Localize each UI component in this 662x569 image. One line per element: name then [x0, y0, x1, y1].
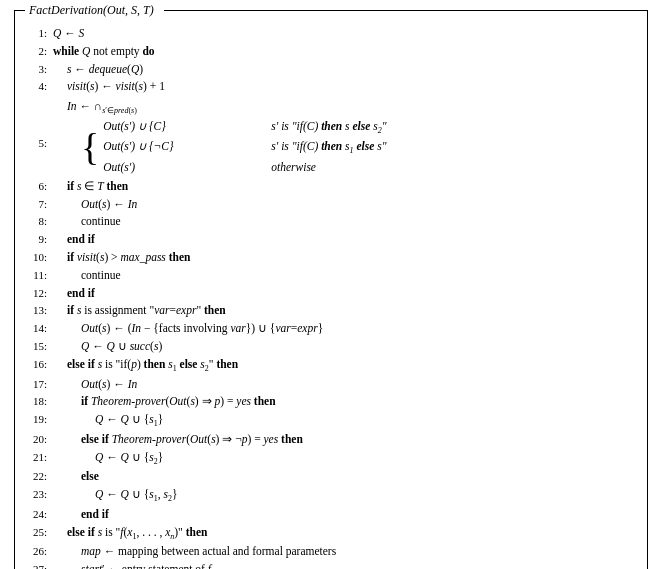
- line4-content: visit(s) ← visit(s) + 1: [53, 78, 637, 96]
- line26-content: map ← mapping between actual and formal …: [53, 543, 637, 561]
- lineno-25: 25:: [25, 524, 53, 541]
- line9-content: end if: [53, 231, 637, 249]
- brace-row-1: Out(s′) ∪ {C} s′ is "if(C) then s else s…: [103, 118, 386, 137]
- lineno-19: 19:: [25, 411, 53, 428]
- lineno-24: 24:: [25, 506, 53, 523]
- lineno-7: 7:: [25, 196, 53, 213]
- lineno-8: 8:: [25, 213, 53, 230]
- line-6: 6: if s ∈ T then: [25, 178, 637, 196]
- line-1: 1: Q ← S: [25, 25, 637, 43]
- line1-content: Q ← S: [53, 25, 637, 43]
- line-5: 5: In ← ∩s′∈pred(s) { Out(s′) ∪ {C} s′ i…: [25, 98, 637, 176]
- lineno-4: 4:: [25, 78, 53, 95]
- brace-rows: Out(s′) ∪ {C} s′ is "if(C) then s else s…: [103, 118, 386, 176]
- line-26: 26: map ← mapping between actual and for…: [25, 543, 637, 561]
- lineno-9: 9:: [25, 231, 53, 248]
- line-3: 3: s ← dequeue(Q): [25, 61, 637, 79]
- lineno-26: 26:: [25, 543, 53, 560]
- line-9: 9: end if: [25, 231, 637, 249]
- line23-content: Q ← Q ∪ {s1, s2}: [53, 486, 637, 506]
- line14-content: Out(s) ← (In − {facts involving var}) ∪ …: [53, 320, 637, 338]
- lineno-16: 16:: [25, 356, 53, 373]
- line-15: 15: Q ← Q ∪ succ(s): [25, 338, 637, 356]
- brace-row-2: Out(s′) ∪ {¬C} s′ is "if(C) then s1 else…: [103, 138, 386, 157]
- lineno-11: 11:: [25, 267, 53, 284]
- brace-row-3: Out(s′) otherwise: [103, 159, 386, 176]
- line-10: 10: if visit(s) > max_pass then: [25, 249, 637, 267]
- algorithm-title: FactDerivation(Out, S, T): [25, 3, 164, 18]
- line-22: 22: else: [25, 468, 637, 486]
- line2-content: while Q not empty do: [53, 43, 637, 61]
- lineno-21: 21:: [25, 449, 53, 466]
- line25-content: else if s is "f(x1, . . . , xn)" then: [53, 524, 637, 544]
- lineno-15: 15:: [25, 338, 53, 355]
- line11-content: continue: [53, 267, 637, 285]
- line13-content: if s is assignment "var=expr" then: [53, 302, 637, 320]
- line-7: 7: Out(s) ← In: [25, 196, 637, 214]
- lineno-5: 5:: [25, 121, 53, 152]
- line5-content: In ← ∩s′∈pred(s) { Out(s′) ∪ {C} s′ is "…: [53, 98, 637, 176]
- lineno-23: 23:: [25, 486, 53, 503]
- line-27: 27: start′ ← entry statement of f: [25, 561, 637, 569]
- line-13: 13: if s is assignment "var=expr" then: [25, 302, 637, 320]
- line15-content: Q ← Q ∪ succ(s): [53, 338, 637, 356]
- lineno-6: 6:: [25, 178, 53, 195]
- line-14: 14: Out(s) ← (In − {facts involving var}…: [25, 320, 637, 338]
- line-20: 20: else if Theorem-prover(Out(s) ⇒ ¬p) …: [25, 431, 637, 449]
- line10-content: if visit(s) > max_pass then: [53, 249, 637, 267]
- line-11: 11: continue: [25, 267, 637, 285]
- line20-content: else if Theorem-prover(Out(s) ⇒ ¬p) = ye…: [53, 431, 637, 449]
- line12-content: end if: [53, 285, 637, 303]
- line24-content: end if: [53, 506, 637, 524]
- lineno-20: 20:: [25, 431, 53, 448]
- line-16: 16: else if s is "if(p) then s1 else s2"…: [25, 356, 637, 376]
- line-2: 2: while Q not empty do: [25, 43, 637, 61]
- line-19: 19: Q ← Q ∪ {s1}: [25, 411, 637, 431]
- line21-content: Q ← Q ∪ {s2}: [53, 449, 637, 469]
- lineno-1: 1:: [25, 25, 53, 42]
- left-brace: {: [81, 128, 99, 166]
- lineno-27: 27:: [25, 561, 53, 569]
- line16-content: else if s is "if(p) then s1 else s2" the…: [53, 356, 637, 376]
- line-12: 12: end if: [25, 285, 637, 303]
- lineno-3: 3:: [25, 61, 53, 78]
- line17-content: Out(s) ← In: [53, 376, 637, 394]
- line-17: 17: Out(s) ← In: [25, 376, 637, 394]
- line-23: 23: Q ← Q ∪ {s1, s2}: [25, 486, 637, 506]
- line18-content: if Theorem-prover(Out(s) ⇒ p) = yes then: [53, 393, 637, 411]
- lineno-2: 2:: [25, 43, 53, 60]
- lineno-12: 12:: [25, 285, 53, 302]
- line22-content: else: [53, 468, 637, 486]
- line-24: 24: end if: [25, 506, 637, 524]
- lineno-14: 14:: [25, 320, 53, 337]
- line19-content: Q ← Q ∪ {s1}: [53, 411, 637, 431]
- line-18: 18: if Theorem-prover(Out(s) ⇒ p) = yes …: [25, 393, 637, 411]
- line6-content: if s ∈ T then: [53, 178, 637, 196]
- algorithm-body: 1: Q ← S 2: while Q not empty do 3: s ← …: [25, 25, 637, 569]
- line7-content: Out(s) ← In: [53, 196, 637, 214]
- line-25: 25: else if s is "f(x1, . . . , xn)" the…: [25, 524, 637, 544]
- lineno-17: 17:: [25, 376, 53, 393]
- line3-content: s ← dequeue(Q): [53, 61, 637, 79]
- lineno-22: 22:: [25, 468, 53, 485]
- line-8: 8: continue: [25, 213, 637, 231]
- lineno-13: 13:: [25, 302, 53, 319]
- lineno-10: 10:: [25, 249, 53, 266]
- line27-content: start′ ← entry statement of f: [53, 561, 637, 569]
- line8-content: continue: [53, 213, 637, 231]
- line-4: 4: visit(s) ← visit(s) + 1: [25, 78, 637, 96]
- algorithm-box: FactDerivation(Out, S, T) 1: Q ← S 2: wh…: [14, 10, 648, 569]
- lineno-18: 18:: [25, 393, 53, 410]
- line-21: 21: Q ← Q ∪ {s2}: [25, 449, 637, 469]
